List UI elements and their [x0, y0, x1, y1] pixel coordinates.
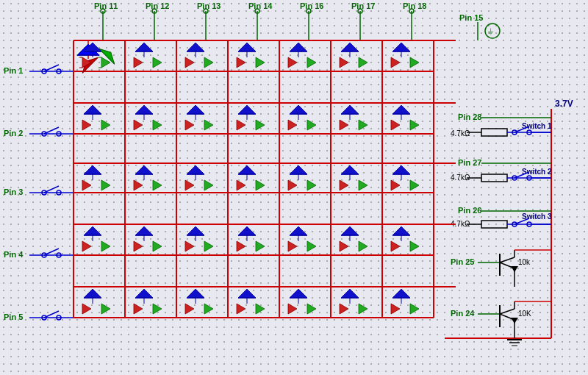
svg-marker-107	[187, 105, 204, 114]
svg-marker-220	[237, 304, 245, 314]
svg-marker-227	[341, 289, 359, 298]
svg-marker-177	[187, 226, 204, 235]
led-cell-r4c4	[237, 226, 265, 251]
svg-marker-185	[237, 241, 245, 251]
svg-marker-172	[135, 226, 153, 235]
pin-28-label: Pin 28	[458, 113, 481, 121]
svg-marker-145	[185, 180, 194, 190]
svg-marker-90	[340, 57, 348, 68]
svg-marker-70	[134, 57, 143, 68]
svg-marker-81	[256, 57, 265, 68]
svg-marker-201	[410, 241, 419, 251]
pin-12-label: Pin 12	[146, 1, 169, 10]
svg-text:⏚: ⏚	[488, 26, 494, 36]
led-cell-r1c5	[288, 43, 316, 68]
svg-marker-152	[290, 165, 307, 174]
led-cell-r2c2	[134, 105, 162, 130]
svg-marker-282	[511, 318, 518, 324]
led-cell-r4c6	[340, 226, 368, 251]
svg-marker-226	[307, 304, 316, 314]
svg-marker-155	[288, 180, 297, 190]
led-cell-r3c5	[288, 165, 316, 190]
pin-26-label: Pin 26	[458, 206, 481, 215]
pin-2-label: Pin 2	[4, 129, 23, 138]
led-cell-r5c6	[340, 289, 368, 314]
svg-marker-167	[84, 226, 101, 235]
led-cell-r4c1	[82, 226, 110, 251]
led-cell-r3c3	[185, 165, 213, 190]
svg-marker-151	[256, 180, 265, 190]
pin-1-label: Pin 1	[4, 66, 23, 75]
svg-marker-131	[410, 120, 419, 130]
svg-marker-170	[82, 241, 91, 251]
pin-16-label: Pin 16	[300, 1, 323, 10]
svg-marker-230	[340, 304, 348, 314]
svg-marker-85	[288, 57, 297, 68]
svg-marker-196	[359, 241, 368, 251]
schematic-canvas: Pin 11 Pin 12 Pin 13 Pin 14 Pin 16 Pin 1…	[0, 0, 588, 375]
led-cell-r1c2	[134, 43, 162, 68]
led-cell-r3c2	[134, 165, 162, 190]
led-cell-r3c4	[237, 165, 265, 190]
transistor-2-label: 10K	[518, 310, 531, 318]
svg-marker-182	[238, 226, 256, 235]
svg-marker-187	[290, 226, 307, 235]
svg-marker-106	[153, 120, 162, 130]
svg-rect-252	[481, 174, 507, 182]
svg-marker-141	[153, 180, 162, 190]
svg-marker-87	[341, 43, 359, 51]
svg-marker-205	[82, 304, 91, 314]
svg-marker-67	[135, 43, 153, 51]
pin-24-label: Pin 24	[451, 309, 475, 318]
svg-marker-125	[340, 120, 348, 130]
svg-marker-126	[359, 120, 368, 130]
pin-14-label: Pin 14	[248, 1, 273, 10]
svg-marker-77	[238, 43, 256, 51]
svg-marker-86	[307, 57, 316, 68]
svg-marker-140	[134, 180, 143, 190]
led-cell-r1c3	[185, 43, 213, 68]
svg-marker-132	[84, 165, 101, 174]
svg-marker-150	[237, 180, 245, 190]
svg-marker-80	[237, 57, 245, 68]
svg-marker-160	[340, 180, 348, 190]
svg-marker-273	[511, 266, 518, 272]
led-cell-r5c3	[185, 289, 213, 314]
svg-marker-217	[238, 289, 256, 298]
svg-marker-215	[185, 304, 194, 314]
led-cell-r2c7	[391, 105, 419, 130]
svg-marker-96	[410, 57, 419, 68]
led-cell-r2c6	[340, 105, 368, 130]
svg-marker-146	[204, 180, 213, 190]
switch-2-label: Switch 2	[522, 168, 552, 176]
svg-marker-176	[153, 241, 162, 251]
svg-rect-244	[481, 129, 507, 136]
svg-marker-82	[290, 43, 307, 51]
svg-marker-181	[204, 241, 213, 251]
led-cell-r2c3	[185, 105, 213, 130]
led-cell-r3c7	[391, 165, 419, 190]
svg-marker-101	[101, 120, 110, 130]
led-cell-r4c2	[134, 226, 162, 251]
svg-marker-211	[153, 304, 162, 314]
svg-marker-111	[204, 120, 213, 130]
svg-marker-210	[134, 304, 143, 314]
led-cell-r5c2	[134, 289, 162, 314]
svg-marker-72	[187, 43, 204, 51]
svg-marker-76	[204, 57, 213, 68]
svg-marker-91	[359, 57, 368, 68]
svg-marker-117	[290, 105, 307, 114]
led-cell-r1c7	[391, 43, 419, 68]
svg-marker-95	[391, 57, 400, 68]
led-cell-r5c5	[288, 289, 316, 314]
svg-marker-110	[185, 120, 194, 130]
pin-13-label: Pin 13	[197, 1, 220, 10]
svg-marker-120	[288, 120, 297, 130]
svg-marker-75	[185, 57, 194, 68]
svg-marker-166	[410, 180, 419, 190]
svg-marker-197	[392, 226, 410, 235]
svg-marker-162	[392, 165, 410, 174]
pin-3-label: Pin 3	[4, 188, 23, 196]
pin-27-label: Pin 27	[458, 158, 481, 167]
svg-marker-97	[84, 105, 101, 114]
